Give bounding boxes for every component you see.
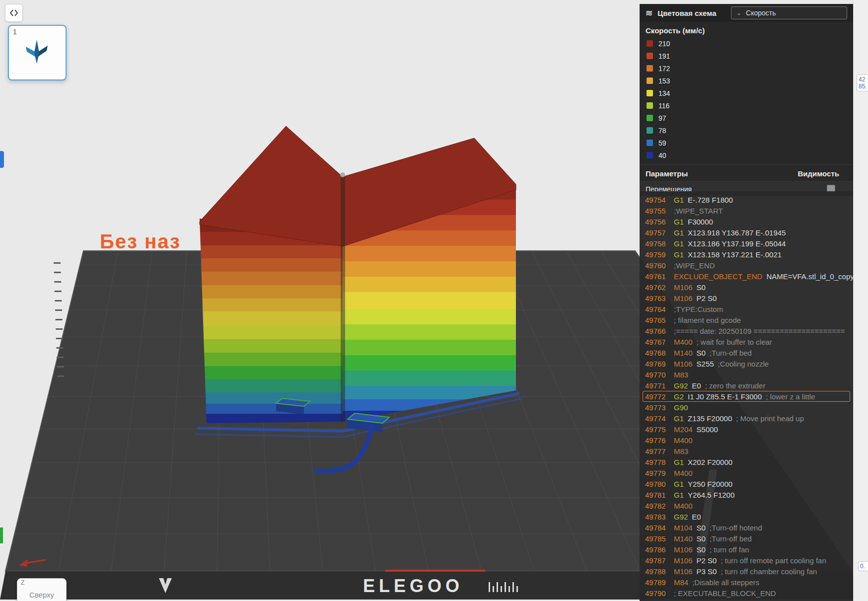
gcode-line-number: 49779 <box>645 469 670 477</box>
gcode-token: M104 <box>674 524 693 532</box>
legend-value: 191 <box>658 52 670 60</box>
gcode-line-number: 49774 <box>645 414 670 423</box>
legend-item: 116 <box>640 99 853 112</box>
gcode-line[interactable]: 49754G1E-.728 F1800 <box>643 194 850 205</box>
gcode-line[interactable]: 49789M84;Disable all steppers <box>643 577 850 588</box>
gcode-line[interactable]: 49765; filament end gcode <box>643 314 850 325</box>
visibility-header: Видимость <box>797 169 839 178</box>
y-axis-marker <box>0 527 3 543</box>
gcode-token: G92 <box>674 513 688 521</box>
gcode-line[interactable]: 49786M106S0; turn off fan <box>643 544 850 555</box>
gcode-line[interactable]: 49769M106S255;Cooling nozzle <box>643 358 850 369</box>
gcode-line[interactable]: 49766;===== date: 20250109 =============… <box>643 325 850 336</box>
gcode-line-number: 49784 <box>645 524 670 532</box>
gcode-line[interactable]: 49787M106P2 S0; turn off remote part coo… <box>643 555 850 566</box>
gcode-token: M106 <box>674 567 693 576</box>
gcode-token: X123.158 Y137.221 E-.0021 <box>688 250 782 259</box>
gcode-token: P2 S0 <box>697 294 717 302</box>
gcode-line[interactable]: 49790; EXECUTABLE_BLOCK_END <box>643 588 850 599</box>
gcode-token: M83 <box>674 447 688 455</box>
gcode-token: M400 <box>674 469 693 477</box>
gcode-line-number: 49770 <box>645 371 670 379</box>
gcode-line[interactable]: 49764;TYPE:Custom <box>643 303 850 314</box>
gcode-line[interactable]: 49770M83 <box>643 369 850 380</box>
gcode-token: S5000 <box>697 425 718 434</box>
gcode-token: S0 <box>697 283 706 292</box>
gcode-token: G1 <box>674 218 684 226</box>
legend-swatch <box>647 90 653 96</box>
gcode-token: ;WIPE_END <box>674 261 715 270</box>
gcode-line[interactable]: 49781G1Y264.5 F1200 <box>643 489 850 500</box>
gcode-token: P3 S0 <box>697 567 717 576</box>
legend-header: ≋ Цветовая схема ⌄ Скорость <box>640 4 853 22</box>
gcode-line[interactable]: 49778G1X202 F20000 <box>643 456 850 467</box>
legend-item: 78 <box>640 124 853 137</box>
gcode-line[interactable]: 49783G92E0 <box>643 511 850 522</box>
gcode-line[interactable]: 49775M204S5000 <box>643 424 850 435</box>
gcode-token: ; turn off remote part cooling fan <box>721 556 826 565</box>
legend-swatch <box>647 152 653 158</box>
gcode-line-number: 49781 <box>645 491 670 499</box>
gcode-token: G90 <box>674 403 688 412</box>
legend-item: 153 <box>640 75 853 87</box>
gcode-token: ;Turn-off hotend <box>710 524 762 532</box>
gcode-line-number: 49767 <box>645 338 670 346</box>
gcode-line-number: 49775 <box>645 425 670 434</box>
collapse-panel-button[interactable] <box>5 4 23 22</box>
gcode-line[interactable]: 49757G1X123.918 Y136.787 E-.01945 <box>643 227 850 238</box>
gcode-token: X123.186 Y137.199 E-.05044 <box>688 239 786 248</box>
gcode-line-number: 49776 <box>645 436 670 445</box>
gcode-line[interactable]: 49785M140S0;Turn-off bed <box>643 533 850 544</box>
gcode-line[interactable]: 49763M106P2 S0 <box>643 293 850 303</box>
gcode-line[interactable]: 49780G1Y250 F20000 <box>643 478 850 489</box>
gcode-line[interactable]: 49756G1F30000 <box>643 216 850 227</box>
color-scheme-dropdown[interactable]: ⌄ Скорость <box>731 6 847 19</box>
bed-brand-text: ELEGOO <box>363 576 463 596</box>
gcode-token: E0 <box>692 381 701 390</box>
gcode-token: G1 <box>674 239 684 248</box>
gcode-line[interactable]: 49784M104S0;Turn-off hotend <box>643 522 850 533</box>
gcode-line[interactable]: 49771G92E0; zero the extruder <box>643 380 850 391</box>
slicer-window: ELEGOO Без наз <box>0 0 868 601</box>
legend-items: 21019117215313411697785940 <box>640 37 853 161</box>
gcode-line[interactable]: 49760;WIPE_END <box>643 260 850 271</box>
chevron-down-icon: ⌄ <box>736 10 741 15</box>
legend-value: 40 <box>658 151 666 159</box>
gcode-panel[interactable]: 49754G1E-.728 F180049755;WIPE_START49756… <box>640 191 853 601</box>
gcode-line[interactable]: 49773G90 <box>643 402 850 413</box>
legend-value: 97 <box>658 114 666 122</box>
gcode-line[interactable]: 49767M400; wait for buffer to clear <box>643 336 850 347</box>
gcode-line[interactable]: 49758G1X123.186 Y137.199 E-.05044 <box>643 238 850 249</box>
gcode-line-number: 49787 <box>645 556 670 565</box>
side-panel-tab[interactable] <box>0 151 4 168</box>
gcode-token: ;Cooling nozzle <box>718 360 769 368</box>
legend-item: 134 <box>640 87 853 99</box>
gcode-line[interactable]: 49776M400 <box>643 435 850 446</box>
plate-thumbnail[interactable]: 1 <box>8 25 67 80</box>
gcode-line[interactable]: 49762M106S0 <box>643 282 850 293</box>
gcode-line[interactable]: 49772G2I1 J0 Z85.5 E-1 F3000; lower z a … <box>643 391 850 402</box>
gcode-token: I1 J0 Z85.5 E-1 F3000 <box>688 392 762 401</box>
gcode-token: M204 <box>674 425 693 434</box>
gcode-line[interactable]: 49755;WIPE_START <box>643 205 850 216</box>
layers-icon[interactable]: ≋ <box>646 8 652 18</box>
gcode-line[interactable]: 49782M400 <box>643 500 850 511</box>
gcode-line-number: 49772 <box>645 392 670 401</box>
gcode-token: G1 <box>674 414 684 423</box>
legend-value: 116 <box>658 102 669 110</box>
gcode-line[interactable]: 49759G1X123.158 Y137.221 E-.0021 <box>643 249 850 260</box>
collapse-chevrons-icon <box>9 8 19 18</box>
gcode-line-number: 49786 <box>645 545 670 554</box>
gcode-token: Z135 F20000 <box>688 414 732 423</box>
gcode-line[interactable]: 49777M83 <box>643 446 850 456</box>
gcode-token: ;===== date: 20250109 ==================… <box>674 327 845 335</box>
gcode-line[interactable]: 49788M106P3 S0; turn off chamber cooling… <box>643 566 850 577</box>
gcode-token: M106 <box>674 545 693 554</box>
legend-item: 191 <box>640 50 853 62</box>
gcode-line[interactable]: 49768M140S0;Turn-off bed <box>643 347 850 358</box>
gcode-token: ; Move print head up <box>736 414 804 423</box>
plate-number: 1 <box>13 28 17 36</box>
gcode-line[interactable]: 49779M400 <box>643 467 850 478</box>
gcode-line[interactable]: 49761EXCLUDE_OBJECT_ENDNAME=VFA.stl_id_0… <box>643 271 850 282</box>
gcode-line[interactable]: 49774G1Z135 F20000; Move print head up <box>643 413 850 424</box>
